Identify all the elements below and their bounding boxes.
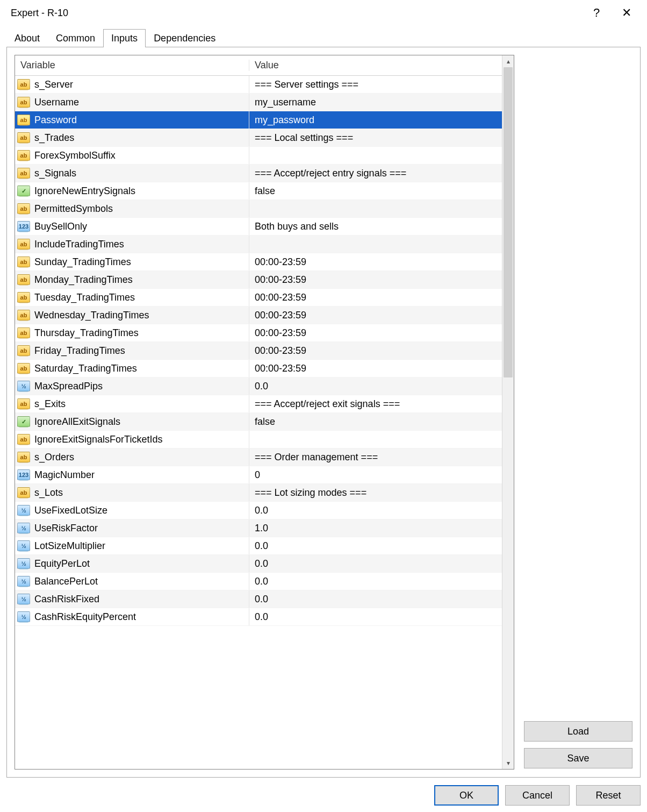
value-cell[interactable]: 00:00-23:59 [249, 274, 502, 286]
tab-about[interactable]: About [6, 29, 48, 47]
table-row[interactable]: abMonday_TradingTimes00:00-23:59 [15, 271, 502, 289]
column-header-variable[interactable]: Variable [15, 60, 249, 71]
help-button[interactable]: ? [581, 2, 612, 24]
side-button-group: Load Save [524, 55, 632, 770]
tab-common[interactable]: Common [48, 29, 103, 47]
string-type-icon: ab [17, 150, 30, 161]
table-row[interactable]: abs_Lots=== Lot sizing modes === [15, 484, 502, 502]
table-row[interactable]: abs_Server=== Server settings === [15, 76, 502, 94]
value-cell[interactable]: 0.0 [249, 611, 502, 623]
vertical-scrollbar[interactable]: ▴ ▾ [502, 55, 514, 769]
value-cell[interactable]: 00:00-23:59 [249, 327, 502, 339]
table-row[interactable]: abWednesday_TradingTimes00:00-23:59 [15, 307, 502, 324]
scroll-track[interactable] [502, 67, 514, 757]
ok-button[interactable]: OK [434, 785, 499, 806]
table-row[interactable]: ½BalancePerLot0.0 [15, 573, 502, 590]
save-button[interactable]: Save [524, 748, 632, 768]
value-cell[interactable]: false [249, 186, 502, 197]
value-cell[interactable]: my_password [249, 115, 502, 126]
value-cell[interactable]: 00:00-23:59 [249, 363, 502, 374]
table-row[interactable]: ✓IgnoreNewEntrySignalsfalse [15, 182, 502, 200]
variable-cell: 123MagicNumber [15, 466, 249, 483]
tab-inputs[interactable]: Inputs [103, 29, 146, 47]
footer-button-group: OK Cancel Reset [6, 778, 641, 806]
table-row[interactable]: abThursday_TradingTimes00:00-23:59 [15, 324, 502, 342]
table-row[interactable]: abTuesday_TradingTimes00:00-23:59 [15, 289, 502, 307]
table-row[interactable]: ½UseFixedLotSize0.0 [15, 502, 502, 519]
bool-type-icon: ✓ [17, 186, 30, 196]
value-cell[interactable]: === Server settings === [249, 79, 502, 90]
double-type-icon: ½ [17, 558, 30, 569]
grid-body: Variable Value abs_Server=== Server sett… [15, 55, 502, 769]
value-cell[interactable]: my_username [249, 97, 502, 108]
table-row[interactable]: ½MaxSpreadPips0.0 [15, 377, 502, 395]
table-row[interactable]: ½CashRiskEquityPercent0.0 [15, 608, 502, 626]
variable-cell: abPermittedSymbols [15, 200, 249, 217]
dialog-window: Expert - R-10 ? ✕ AboutCommonInputsDepen… [0, 0, 647, 812]
value-cell[interactable]: 0.0 [249, 594, 502, 605]
table-row[interactable]: 123BuySellOnlyBoth buys and sells [15, 218, 502, 236]
variable-name: s_Trades [34, 132, 74, 144]
table-row[interactable]: abPasswordmy_password [15, 111, 502, 129]
variable-cell: ✓IgnoreAllExitSignals [15, 413, 249, 430]
string-type-icon: ab [17, 203, 30, 214]
string-type-icon: ab [17, 398, 30, 409]
table-row[interactable]: 123MagicNumber0 [15, 466, 502, 484]
tab-dependencies[interactable]: Dependencies [146, 29, 224, 47]
value-cell[interactable]: === Accept/reject exit signals === [249, 398, 502, 410]
scroll-thumb[interactable] [504, 67, 513, 377]
cancel-button[interactable]: Cancel [505, 785, 570, 806]
table-row[interactable]: abFriday_TradingTimes00:00-23:59 [15, 342, 502, 360]
table-row[interactable]: abs_Signals=== Accept/reject entry signa… [15, 165, 502, 182]
double-type-icon: ½ [17, 381, 30, 391]
value-cell[interactable]: 0.0 [249, 505, 502, 516]
load-button[interactable]: Load [524, 721, 632, 742]
table-row[interactable]: ½LotSizeMultiplier0.0 [15, 537, 502, 555]
scroll-down-button[interactable]: ▾ [502, 757, 514, 769]
variable-cell: ½UseRiskFactor [15, 519, 249, 537]
value-cell[interactable]: === Local settings === [249, 132, 502, 144]
table-row[interactable]: abUsernamemy_username [15, 94, 502, 111]
table-row[interactable]: abs_Exits=== Accept/reject exit signals … [15, 395, 502, 413]
table-row[interactable]: ½CashRiskFixed0.0 [15, 590, 502, 608]
help-icon: ? [593, 6, 600, 20]
value-cell[interactable]: === Accept/reject entry signals === [249, 168, 502, 179]
table-row[interactable]: ½EquityPerLot0.0 [15, 555, 502, 573]
table-row[interactable]: abIncludeTradingTimes [15, 236, 502, 253]
close-button[interactable]: ✕ [612, 2, 642, 24]
value-cell[interactable]: 00:00-23:59 [249, 345, 502, 357]
table-row[interactable]: abIgnoreExitSignalsForTicketIds [15, 431, 502, 448]
string-type-icon: ab [17, 363, 30, 374]
value-cell[interactable]: === Order management === [249, 452, 502, 463]
table-row[interactable]: abForexSymbolSuffix [15, 147, 502, 165]
table-row[interactable]: abSaturday_TradingTimes00:00-23:59 [15, 360, 502, 377]
value-cell[interactable]: 00:00-23:59 [249, 257, 502, 268]
value-cell[interactable]: 0.0 [249, 381, 502, 392]
inputs-panel: Variable Value abs_Server=== Server sett… [6, 47, 641, 778]
variable-name: Monday_TradingTimes [34, 274, 133, 286]
table-row[interactable]: abs_Trades=== Local settings === [15, 129, 502, 147]
value-cell[interactable]: 0.0 [249, 576, 502, 587]
scroll-up-button[interactable]: ▴ [502, 55, 514, 67]
value-cell[interactable]: 0.0 [249, 558, 502, 569]
value-cell[interactable]: 0 [249, 469, 502, 481]
grid-container: Variable Value abs_Server=== Server sett… [15, 55, 514, 769]
value-cell[interactable]: Both buys and sells [249, 221, 502, 232]
value-cell[interactable]: 00:00-23:59 [249, 310, 502, 321]
int-type-icon: 123 [17, 469, 30, 480]
value-cell[interactable]: false [249, 416, 502, 428]
table-row[interactable]: abSunday_TradingTimes00:00-23:59 [15, 253, 502, 271]
value-cell[interactable]: 0.0 [249, 540, 502, 552]
column-header-value[interactable]: Value [249, 60, 502, 71]
string-type-icon: ab [17, 452, 30, 462]
variable-name: MagicNumber [34, 469, 95, 481]
table-row[interactable]: ✓IgnoreAllExitSignalsfalse [15, 413, 502, 431]
table-row[interactable]: abPermittedSymbols [15, 200, 502, 218]
table-row[interactable]: abs_Orders=== Order management === [15, 448, 502, 466]
value-cell[interactable]: === Lot sizing modes === [249, 487, 502, 498]
table-row[interactable]: ½UseRiskFactor1.0 [15, 519, 502, 537]
string-type-icon: ab [17, 345, 30, 356]
reset-button[interactable]: Reset [576, 785, 641, 806]
value-cell[interactable]: 1.0 [249, 523, 502, 534]
value-cell[interactable]: 00:00-23:59 [249, 292, 502, 303]
